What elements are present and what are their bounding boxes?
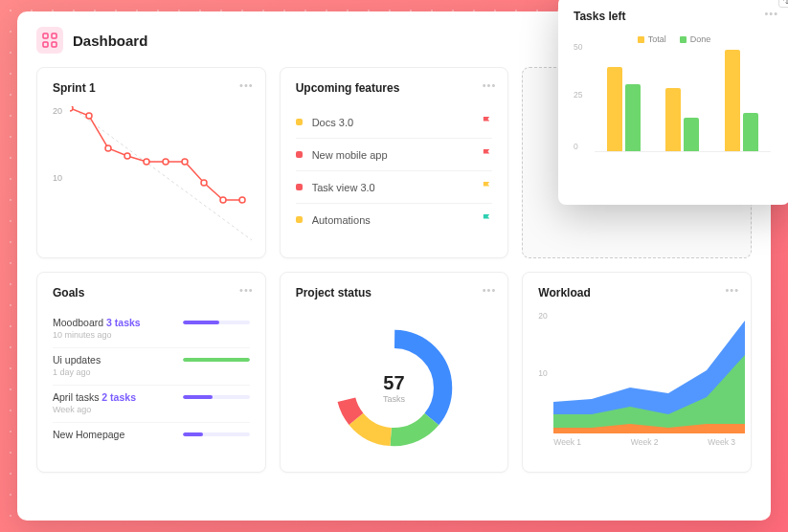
bar [725, 50, 740, 151]
svg-point-13 [220, 197, 226, 203]
more-icon[interactable]: ••• [764, 8, 778, 19]
card-title: Goals [53, 286, 250, 299]
svg-point-12 [201, 180, 207, 186]
feature-item[interactable]: Automations [296, 204, 493, 235]
goal-label: New Homepage [53, 429, 124, 440]
more-icon[interactable]: ••• [239, 284, 254, 296]
ytick: 10 [538, 368, 547, 378]
feature-label: Task view 3.0 [312, 182, 375, 193]
goal-item[interactable]: Moodboard 3 tasks 10 minutes ago [53, 311, 250, 348]
svg-point-8 [124, 153, 130, 159]
card-upcoming-features: Upcoming features ••• Docs 3.0 New mobil… [280, 67, 509, 258]
flag-icon[interactable] [482, 181, 492, 193]
workload-area-chart: 20 10 Week 1 Week 2 Week 3 [538, 311, 735, 445]
bar [665, 88, 681, 151]
page-title: Dashboard [73, 33, 147, 49]
goals-list: Moodboard 3 tasks 10 minutes ago Ui upda… [53, 311, 250, 450]
card-project-status: Project status ••• 57 Tasks [280, 272, 509, 473]
xtick: Week 2 [631, 437, 659, 447]
svg-point-14 [239, 197, 245, 203]
tasks-left-bar-chart: 50 25 0 Total Done [574, 34, 775, 173]
card-title: Sprint 1 [53, 81, 250, 95]
ytick: 10 [53, 173, 62, 183]
status-dot [296, 184, 303, 190]
svg-rect-0 [43, 33, 48, 38]
feature-item[interactable]: Docs 3.0 [296, 106, 493, 139]
goal-item[interactable]: New Homepage [53, 423, 250, 450]
feature-item[interactable]: Task view 3.0 [296, 171, 493, 204]
progress-bar [183, 432, 250, 436]
ytick: 25 [574, 90, 582, 100]
goal-time: 10 minutes ago [53, 330, 250, 340]
goal-item[interactable]: Ui updates 1 day ago [53, 348, 250, 386]
svg-rect-3 [52, 42, 56, 47]
more-icon[interactable]: ••• [483, 79, 497, 91]
sprint-line-chart: 20 10 [53, 106, 250, 250]
donut-value: 57 [383, 372, 405, 394]
status-dot [296, 216, 303, 223]
svg-point-6 [86, 113, 92, 119]
card-title: Upcoming features [296, 81, 493, 95]
sprint-svg [70, 106, 252, 250]
goal-item[interactable]: April tasks 2 tasks Week ago [53, 386, 250, 423]
svg-rect-1 [52, 33, 56, 38]
ytick: 0 [574, 142, 578, 151]
goal-label: April tasks 2 tasks [53, 391, 136, 403]
ytick: 20 [53, 106, 62, 116]
svg-point-5 [70, 106, 73, 111]
flag-icon[interactable] [482, 213, 492, 226]
xtick: Week 1 [553, 437, 581, 447]
goal-time: Week ago [53, 405, 250, 414]
goal-label: Ui updates [53, 354, 101, 366]
svg-line-4 [70, 106, 252, 240]
bar [625, 84, 641, 151]
card-sprint: Sprint 1 ••• 20 10 [36, 67, 266, 258]
donut-chart: 57 Tasks [296, 311, 493, 464]
status-dot [296, 119, 303, 125]
goal-time: 1 day ago [53, 367, 250, 377]
status-dot [296, 151, 303, 158]
flag-icon[interactable] [482, 116, 492, 128]
bar [743, 113, 758, 151]
app-icon [36, 27, 63, 54]
svg-rect-2 [43, 42, 48, 47]
goal-label: Moodboard 3 tasks [53, 317, 141, 328]
svg-point-10 [163, 159, 169, 165]
svg-point-9 [144, 159, 149, 165]
move-handle-icon[interactable] [778, 0, 788, 8]
card-title: Tasks left [574, 10, 775, 23]
svg-point-11 [182, 159, 188, 165]
flag-icon[interactable] [482, 148, 492, 161]
progress-bar [183, 395, 250, 399]
bar [684, 118, 699, 151]
feature-label: Automations [312, 214, 371, 226]
ytick: 50 [574, 42, 582, 52]
card-title: Workload [538, 286, 735, 299]
more-icon[interactable]: ••• [483, 284, 497, 296]
card-tasks-left-floating[interactable]: Tasks left ••• 50 25 0 Total Done [558, 0, 788, 205]
feature-list: Docs 3.0 New mobile app Task view 3.0 Au… [296, 106, 493, 235]
feature-label: Docs 3.0 [312, 117, 353, 128]
progress-bar [183, 358, 250, 362]
svg-point-7 [105, 145, 111, 151]
card-title: Project status [296, 286, 493, 299]
feature-item[interactable]: New mobile app [296, 139, 493, 171]
ytick: 20 [538, 311, 547, 321]
progress-bar [183, 321, 250, 324]
card-goals: Goals ••• Moodboard 3 tasks 10 minutes a… [36, 272, 266, 473]
bar [607, 67, 622, 151]
feature-label: New mobile app [312, 149, 388, 161]
workload-svg [553, 311, 745, 433]
donut-label: Tasks [383, 394, 405, 404]
card-workload: Workload ••• 20 10 Week 1 Week 2 Week 3 [522, 272, 752, 473]
xtick: Week 3 [708, 437, 735, 447]
more-icon[interactable]: ••• [725, 284, 739, 296]
xtick-row: Week 1 Week 2 Week 3 [553, 437, 735, 447]
donut-center: 57 Tasks [383, 372, 405, 404]
more-icon[interactable]: ••• [239, 79, 254, 91]
